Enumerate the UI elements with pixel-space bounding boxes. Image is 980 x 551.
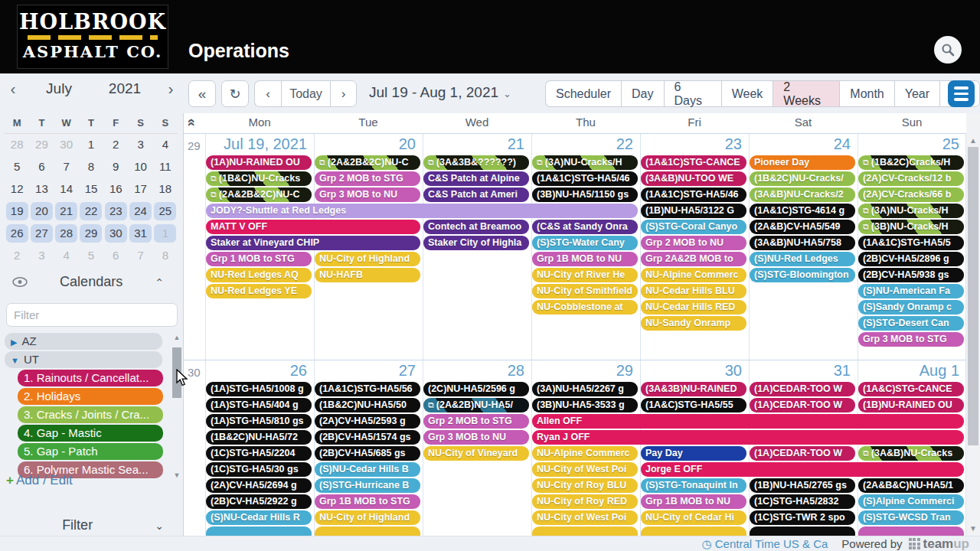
add-edit-button[interactable]: +Add / Edit xyxy=(6,473,73,488)
event-pill[interactable]: Pioneer Day xyxy=(750,155,855,170)
mini-prev-button[interactable]: ‹ xyxy=(0,80,26,98)
tab-day[interactable]: Day xyxy=(621,80,663,107)
tab-6-days[interactable]: 6 Days xyxy=(664,80,721,107)
calendar-item[interactable]: 1. Rainouts / Cancellat... xyxy=(18,370,163,386)
event-pill[interactable]: (3B)NU-HA5-3533 g xyxy=(532,398,638,412)
event-pill[interactable]: ⧉(2A&2B&2C)NU-C xyxy=(315,155,420,170)
event-pill[interactable]: Jorge E OFF xyxy=(641,462,964,477)
event-pill[interactable] xyxy=(750,527,855,536)
event-pill[interactable]: (1A)CEDAR-TOO W xyxy=(750,446,855,461)
event-pill[interactable]: Grp 3 MOB to STG xyxy=(858,332,964,347)
date-label[interactable]: 21 xyxy=(423,135,530,154)
event-pill[interactable]: NU-City of Cedar Hi xyxy=(641,510,746,525)
event-pill[interactable]: C&S Patch at Alpine xyxy=(423,171,529,186)
mini-day-cell[interactable]: 4 xyxy=(153,134,178,156)
event-pill[interactable]: Grp 1B MOB to STG xyxy=(315,494,420,509)
event-pill[interactable]: (2B)CV-HA5/2922 g xyxy=(206,494,312,509)
event-pill[interactable]: ⧉(3B)NU-Cracks/H xyxy=(858,220,964,234)
mini-day-cell[interactable]: 5 xyxy=(79,245,103,267)
event-pill[interactable]: Grp 3 MOB to NU xyxy=(423,430,529,445)
mini-day-cell[interactable]: 29 xyxy=(79,223,103,245)
event-pill[interactable]: (1C)STG-HA5/30 gs xyxy=(206,462,312,477)
event-pill[interactable]: NU-City of West Poi xyxy=(532,462,638,477)
mini-day-cell[interactable]: 17 xyxy=(128,178,152,201)
scroll-up-icon[interactable]: ▲ xyxy=(172,334,181,341)
mini-next-button[interactable]: › xyxy=(158,80,184,98)
teamup-logo[interactable]: teamup xyxy=(909,536,969,551)
event-pill[interactable]: (1A&C)STG-CANCE xyxy=(858,382,964,396)
search-button[interactable] xyxy=(934,36,962,64)
event-pill[interactable]: NU-City of Highland xyxy=(315,510,420,525)
event-pill[interactable]: Pay Day xyxy=(641,446,746,461)
event-pill[interactable] xyxy=(315,527,420,536)
mini-day-cell[interactable]: 27 xyxy=(29,223,54,245)
event-pill[interactable]: Grp 2 MOB to NU xyxy=(641,236,746,250)
date-label[interactable]: 24 xyxy=(749,135,856,154)
mini-day-cell[interactable]: 3 xyxy=(29,245,54,267)
mini-day-cell[interactable]: 26 xyxy=(5,223,29,245)
event-pill[interactable]: (3A&B)NU-Cracks/2 xyxy=(750,187,855,202)
event-pill[interactable]: (S)NU-Cedar Hills R xyxy=(206,510,312,525)
event-pill[interactable]: Contech at Breamoo xyxy=(423,220,529,234)
calendar-item[interactable]: 4. Gap - Mastic xyxy=(18,425,163,442)
event-pill[interactable]: (S)Sandy Onramp c xyxy=(858,300,964,315)
event-pill[interactable]: ⧉(2A&2B)NU-HA5/ xyxy=(423,398,529,412)
mini-day-cell[interactable]: 30 xyxy=(103,223,128,245)
tab-2-weeks[interactable]: 2 Weeks xyxy=(773,80,839,107)
event-pill[interactable]: (1C)STG-HA5/2832 xyxy=(750,494,855,509)
event-pill[interactable]: MATT V OFF xyxy=(206,220,420,234)
event-pill[interactable]: (1A)STG-HA5/810 gs xyxy=(206,414,312,429)
event-pill[interactable]: NU-HAFB xyxy=(315,268,420,282)
mini-day-cell[interactable]: 29 xyxy=(29,134,54,156)
event-pill[interactable]: (S)NU-Red Ledges xyxy=(750,252,855,266)
event-pill[interactable]: (3A&3B)NU-RAINED xyxy=(641,382,746,396)
event-pill[interactable]: NU-City of Vineyard xyxy=(423,446,529,461)
event-pill[interactable]: NU-City of Highland xyxy=(315,252,420,266)
event-pill[interactable]: (2A)CV-Cracks/12 b xyxy=(858,171,964,186)
event-pill[interactable]: Staker City of Highla xyxy=(423,236,529,250)
event-pill[interactable]: Grp 3 MOB to NU xyxy=(315,187,420,202)
event-pill[interactable]: NU-Cedar Hills BLU xyxy=(641,284,746,298)
mini-day-cell[interactable]: 19 xyxy=(5,201,29,223)
event-pill[interactable]: (1A)STG-HA5/404 g xyxy=(206,398,312,412)
calendar-item[interactable]: 5. Gap - Patch xyxy=(18,443,163,460)
event-pill[interactable] xyxy=(532,527,638,536)
event-pill[interactable]: (2C)NU-HA5/2596 g xyxy=(423,382,529,396)
event-pill[interactable]: Grp 1B MOB to NU xyxy=(532,252,638,266)
event-pill[interactable]: Grp 2 MOB to STG xyxy=(315,171,420,186)
event-pill[interactable]: (1C)STG-HA5/2204 xyxy=(206,446,312,461)
mini-day-cell[interactable]: 25 xyxy=(153,201,178,223)
mini-day-cell[interactable]: 24 xyxy=(128,201,152,223)
event-pill[interactable]: NU-Cedar Hills RED xyxy=(641,300,746,315)
event-pill[interactable]: (C&S at Sandy Onra xyxy=(532,220,638,234)
event-pill[interactable]: Grp 2A&2B MOB to xyxy=(641,252,746,266)
event-pill[interactable]: (1A)CEDAR-TOO W xyxy=(750,382,855,396)
date-range-selector[interactable]: Jul 19 - Aug 1, 2021⌄ xyxy=(369,84,511,101)
event-pill[interactable]: (1B)NU-HA5/2765 gs xyxy=(750,478,855,493)
event-pill[interactable]: Grp 2 MOB to STG xyxy=(423,414,529,429)
event-pill[interactable]: (2A&B&C)NU-HA5/1 xyxy=(858,478,964,493)
mini-day-cell[interactable]: 6 xyxy=(29,156,54,178)
mini-day-cell[interactable]: 11 xyxy=(153,156,178,178)
date-label[interactable]: Jul 19, 2021 xyxy=(205,135,312,154)
event-pill[interactable]: ⧉(3A)NU-Cracks/H xyxy=(532,155,638,170)
mini-day-cell[interactable]: 16 xyxy=(103,178,128,201)
event-pill[interactable]: (2B)CV-HA5/2896 g xyxy=(858,252,964,266)
event-pill[interactable] xyxy=(858,527,964,536)
event-pill[interactable]: (1A&1C)STG-4614 g xyxy=(750,204,855,218)
mini-day-cell[interactable]: 28 xyxy=(5,134,29,156)
collapse-rows-icon[interactable]: « xyxy=(184,119,201,127)
mini-day-cell[interactable]: 7 xyxy=(54,156,79,178)
event-pill[interactable]: NU-City of River He xyxy=(532,268,638,282)
sidebar-scrollbar[interactable]: ▲ ▼ xyxy=(172,334,182,479)
event-pill[interactable]: (S)Alpine Commerci xyxy=(858,494,964,509)
event-pill[interactable]: NU-Alpine Commerc xyxy=(641,268,746,282)
date-label[interactable]: 30 xyxy=(640,362,747,380)
event-pill[interactable]: (S)NU-American Fa xyxy=(858,284,964,298)
event-pill[interactable]: (1A&1C)STG-HA5/56 xyxy=(315,382,420,396)
calendar-group-ut[interactable]: ▼UT xyxy=(5,351,162,368)
scrollbar-thumb[interactable] xyxy=(968,147,978,445)
calendar-scrollbar[interactable]: ▲ ▼ xyxy=(966,113,980,536)
date-label[interactable]: 31 xyxy=(749,362,856,380)
event-pill[interactable]: (2A)CV-HA5/2694 g xyxy=(206,478,312,493)
